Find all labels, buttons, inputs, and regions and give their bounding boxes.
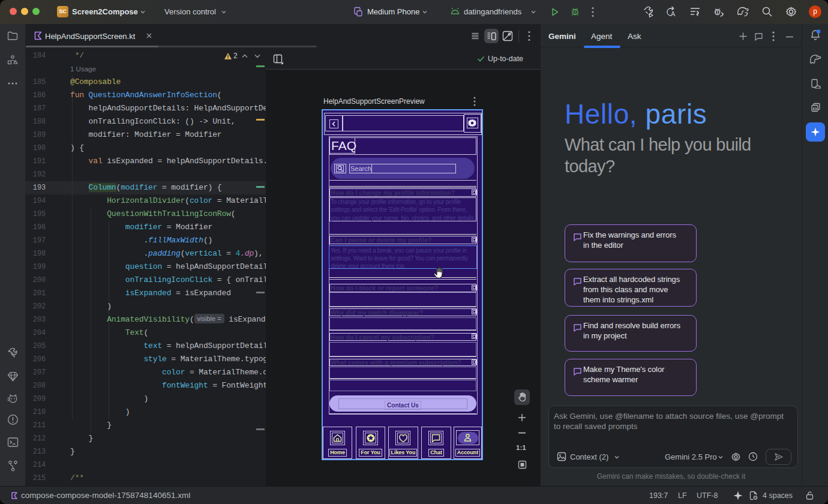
- svg-text:A: A: [671, 10, 676, 17]
